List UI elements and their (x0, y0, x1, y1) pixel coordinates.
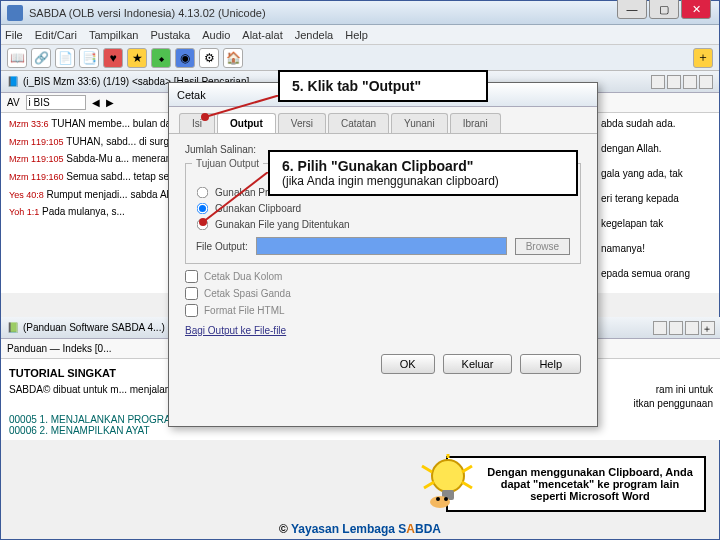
close-button[interactable]: ✕ (681, 0, 711, 19)
toolbar-btn[interactable]: ⚙ (199, 48, 219, 68)
pane-btn[interactable] (651, 75, 665, 89)
pane-icon: 📗 (7, 322, 19, 333)
svg-line-2 (203, 172, 268, 222)
minimize-button[interactable]: — (617, 0, 647, 19)
file-label: File Output: (196, 241, 248, 252)
toolbar-btn[interactable]: 🔗 (31, 48, 51, 68)
pane2-sub: Panduan — Indeks [0... (7, 343, 112, 354)
toolbar-btn[interactable]: 📖 (7, 48, 27, 68)
chk-two-column[interactable] (185, 270, 198, 283)
tab-catatan[interactable]: Catatan (328, 113, 389, 133)
snippet: gala yang ada, tak (601, 168, 683, 179)
menu-audio[interactable]: Audio (202, 29, 230, 41)
snippet: abda sudah ada. (601, 118, 676, 129)
callout-step5: 5. Klik tab "Output" (278, 70, 488, 102)
help-button[interactable]: Help (520, 354, 581, 374)
pane-btn[interactable] (653, 321, 667, 335)
main-toolbar: 📖 🔗 📄 📑 ♥ ★ ⬥ ◉ ⚙ 🏠 ＋ (1, 45, 719, 71)
toolbar-btn[interactable]: ★ (127, 48, 147, 68)
snippet: dengan Allah. (601, 143, 662, 154)
svg-line-0 (205, 95, 280, 117)
tab-ibrani[interactable]: Ibrani (450, 113, 501, 133)
toolbar-btn[interactable]: 🏠 (223, 48, 243, 68)
toolbar-btn[interactable]: ⬥ (151, 48, 171, 68)
snippet: eri terang kepada (601, 193, 679, 204)
snippet: namanya! (601, 243, 645, 254)
toolbar-btn[interactable]: 📄 (55, 48, 75, 68)
pane-btn[interactable] (685, 321, 699, 335)
snippet: epada semua orang (601, 268, 690, 279)
svg-point-8 (444, 497, 448, 501)
svg-point-3 (199, 218, 207, 226)
menu-jendela[interactable]: Jendela (295, 29, 334, 41)
chk-double-space[interactable] (185, 287, 198, 300)
pane-btn[interactable] (667, 75, 681, 89)
add-icon[interactable]: ＋ (693, 48, 713, 68)
svg-point-1 (201, 113, 209, 121)
snippet: kegelapan tak (601, 218, 663, 229)
file-output-input[interactable] (256, 237, 507, 255)
toolbar-btn[interactable]: ♥ (103, 48, 123, 68)
menu-alat[interactable]: Alat-alat (242, 29, 282, 41)
toolbar-btn[interactable]: 📑 (79, 48, 99, 68)
titlebar: SABDA (OLB versi Indonesia) 4.13.02 (Uni… (1, 1, 719, 25)
pane-btn[interactable]: ＋ (701, 321, 715, 335)
menu-tampilkan[interactable]: Tampilkan (89, 29, 139, 41)
group-legend: Tujuan Output (192, 158, 263, 169)
av-label: AV (7, 97, 20, 108)
pane-btn[interactable] (683, 75, 697, 89)
nav-next-icon[interactable]: ▶ (106, 97, 114, 108)
menu-edit[interactable]: Edit/Cari (35, 29, 77, 41)
pane2-title: (Panduan Software SABDA 4...) (23, 322, 165, 333)
toolbar-btn[interactable]: ◉ (175, 48, 195, 68)
svg-point-7 (436, 497, 440, 501)
ok-button[interactable]: OK (381, 354, 435, 374)
tab-yunani[interactable]: Yunani (391, 113, 448, 133)
chk-html[interactable] (185, 304, 198, 317)
app-icon (7, 5, 23, 21)
exit-button[interactable]: Keluar (443, 354, 513, 374)
copyright: © Yayasan Lembaga SABDA (0, 522, 720, 536)
callout-step6: 6. Pilih "Gunakan Clipboard" (jika Anda … (268, 150, 578, 196)
tip-box: Dengan menggunakan Clipboard, Anda dapat… (446, 456, 706, 512)
nav-prev-icon[interactable]: ◀ (92, 97, 100, 108)
pane-btn[interactable] (699, 75, 713, 89)
print-dialog: Cetak Isi Output Versi Catatan Yunani Ib… (168, 82, 598, 427)
browse-button[interactable]: Browse (515, 238, 570, 255)
lightbulb-icon (418, 454, 478, 514)
menubar: File Edit/Cari Tampilkan Pustaka Audio A… (1, 25, 719, 45)
split-output-link[interactable]: Bagi Output ke File-file (185, 325, 286, 336)
menu-pustaka[interactable]: Pustaka (150, 29, 190, 41)
version-input[interactable] (26, 95, 86, 110)
menu-file[interactable]: File (5, 29, 23, 41)
svg-point-4 (432, 460, 464, 492)
menu-help[interactable]: Help (345, 29, 368, 41)
pane-icon: 📘 (7, 76, 19, 87)
pane-btn[interactable] (669, 321, 683, 335)
maximize-button[interactable]: ▢ (649, 0, 679, 19)
window-title: SABDA (OLB versi Indonesia) 4.13.02 (Uni… (29, 7, 713, 19)
